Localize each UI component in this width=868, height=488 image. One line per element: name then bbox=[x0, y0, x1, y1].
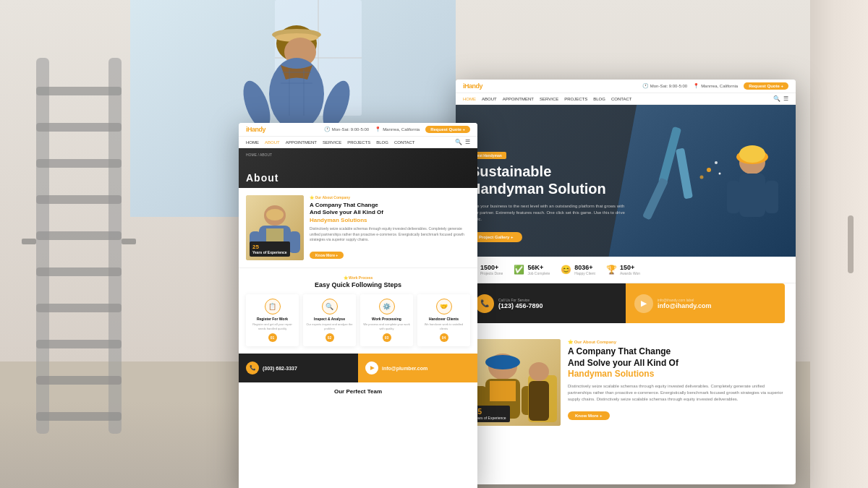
right-hero-cta[interactable]: Project Gallery + bbox=[470, 232, 522, 242]
right-menu-icon[interactable]: ☰ bbox=[783, 95, 788, 102]
right-search-icon[interactable]: 🔍 bbox=[773, 95, 780, 102]
left-logo: iHandy bbox=[246, 126, 265, 133]
step-card-1: 📋 Register For Work Register and get all… bbox=[246, 294, 299, 346]
left-about-section: 25 Years of Experience ⭐ Our About Compa… bbox=[239, 188, 477, 267]
step-icon-3: ⚙️ bbox=[379, 299, 395, 314]
svg-point-33 bbox=[266, 209, 284, 221]
stat-clients-label: Happy Client bbox=[574, 271, 595, 275]
svg-rect-7 bbox=[36, 267, 122, 276]
search-icon[interactable]: 🔍 bbox=[455, 139, 462, 145]
right-quote-button[interactable]: Request Quote + bbox=[744, 82, 788, 90]
right-about-section: 25 Years of Experience ⭐ Our About Compa… bbox=[456, 332, 796, 433]
right-phone-icon: 📞 bbox=[475, 294, 494, 313]
stat-awards-label: Awards Won bbox=[620, 271, 640, 275]
steps-grid: 📋 Register For Work Register and get all… bbox=[246, 294, 470, 346]
step-desc-1: Register and get all your repair needs h… bbox=[249, 322, 296, 330]
svg-rect-2 bbox=[36, 87, 122, 95]
nav-appointment[interactable]: APPOINTMENT bbox=[286, 140, 317, 145]
step-label-1: Register For Work bbox=[249, 317, 296, 321]
svg-point-60 bbox=[529, 362, 549, 381]
hours-info: 🕐 Mon-Sat: 9:00-5:00 bbox=[324, 127, 369, 132]
stat-awards-num: 150+ bbox=[620, 264, 640, 271]
right-location: 📍 Manrrea, California bbox=[693, 83, 738, 89]
right-nav-appointment[interactable]: APPOINTMENT bbox=[503, 97, 534, 101]
nav-blog[interactable]: BLOG bbox=[376, 140, 388, 145]
stat-jobs-num: 56K+ bbox=[527, 264, 550, 271]
nav-search-menu: 🔍 ☰ bbox=[455, 139, 470, 145]
right-hero-content: Best Handyman Sustainable Handyman Solut… bbox=[470, 147, 629, 242]
stat-clients-num: 8036+ bbox=[574, 264, 595, 271]
step-label-4: Handover Clients bbox=[420, 317, 467, 321]
left-topbar-info: 🕐 Mon-Sat: 9:00-5:00 📍 Manrrea, Californ… bbox=[324, 126, 470, 133]
svg-rect-10 bbox=[36, 376, 122, 385]
stat-jobs: ✅ 56K+ Job Complete bbox=[514, 264, 550, 275]
right-hero-description: Take your business to the next level wit… bbox=[470, 203, 629, 223]
stat-projects-num: 1500+ bbox=[480, 264, 503, 271]
right-know-more-button[interactable]: Know More + bbox=[568, 411, 610, 420]
about-title: A Company That ChangeAnd Solve your All … bbox=[310, 202, 470, 224]
svg-point-42 bbox=[707, 168, 711, 172]
right-nav-icons: 🔍 ☰ bbox=[773, 95, 788, 102]
menu-icon[interactable]: ☰ bbox=[465, 139, 470, 145]
left-team-section: Our Perfect Team bbox=[239, 382, 477, 401]
step-num-4: 04 bbox=[440, 333, 448, 342]
right-nav-service[interactable]: SERVICE bbox=[540, 97, 558, 101]
right-nav-blog[interactable]: BLOG bbox=[593, 97, 605, 101]
nav-about[interactable]: ABOUT bbox=[265, 140, 280, 145]
nav-home[interactable]: HOME bbox=[246, 140, 259, 145]
step-icon-4: 🤝 bbox=[436, 299, 452, 314]
nav-projects[interactable]: PROJECTS bbox=[347, 140, 370, 145]
right-about-tag: ⭐ Our About Company bbox=[568, 339, 785, 344]
right-hero-title: Sustainable Handyman Solution bbox=[470, 163, 629, 197]
right-stats: 🏗️ 1500+ Projects Done ✅ 56K+ Job Comple… bbox=[456, 257, 796, 283]
step-card-3: ⚙️ Work Processing We process and comple… bbox=[360, 294, 413, 346]
right-about-image: 25 Years of Experience bbox=[467, 339, 561, 426]
svg-rect-13 bbox=[122, 239, 136, 244]
about-tag: ⭐ Our About Company bbox=[310, 195, 470, 200]
svg-rect-37 bbox=[266, 228, 284, 243]
right-website-mockup: iHandy 🕐 Mon-Sat: 9:00-5:00 📍 Manrrea, C… bbox=[456, 80, 796, 484]
location-info: 📍 Manrrea, California bbox=[375, 127, 420, 132]
left-phone-bar: 📞 (303) 682-3337 bbox=[239, 354, 358, 382]
right-hero-image bbox=[609, 105, 796, 257]
step-num-3: 03 bbox=[383, 333, 391, 342]
svg-rect-4 bbox=[36, 159, 122, 168]
right-nav-contact[interactable]: CONTACT bbox=[611, 97, 632, 101]
nav-service[interactable]: SERVICE bbox=[323, 140, 341, 145]
right-nav-home[interactable]: HOME bbox=[463, 97, 476, 101]
right-email-address: info@ihandy.com bbox=[658, 302, 712, 309]
left-hero-title: About bbox=[246, 172, 278, 184]
left-know-more-button[interactable]: Know More + bbox=[310, 252, 344, 259]
right-play-button[interactable]: ▶ bbox=[634, 294, 653, 313]
step-num-1: 01 bbox=[268, 333, 277, 342]
left-nav: HOME ABOUT APPOINTMENT SERVICE PROJECTS … bbox=[239, 137, 477, 148]
left-nav-items: HOME ABOUT APPOINTMENT SERVICE PROJECTS … bbox=[246, 140, 415, 145]
left-about-text: ⭐ Our About Company A Company That Chang… bbox=[310, 195, 470, 260]
step-label-2: Inspect & Analyse bbox=[306, 317, 353, 321]
left-phone-icon: 📞 bbox=[246, 361, 259, 374]
step-num-2: 02 bbox=[326, 333, 334, 342]
svg-rect-8 bbox=[36, 304, 122, 312]
step-icon-1: 📋 bbox=[265, 299, 281, 314]
stat-clients-icon: 😊 bbox=[561, 265, 571, 275]
right-phone-bar: 📞 Call Us For Service (123) 456-7890 bbox=[467, 283, 626, 323]
right-nav-items: HOME ABOUT APPOINTMENT SERVICE PROJECTS … bbox=[463, 97, 632, 101]
left-email-bar: ▶ info@plumber.com bbox=[358, 354, 477, 382]
right-phone-number: (123) 456-7890 bbox=[498, 302, 543, 309]
stat-jobs-label: Job Complete bbox=[527, 271, 550, 275]
svg-rect-3 bbox=[36, 123, 122, 132]
door-handle bbox=[848, 215, 854, 273]
svg-rect-48 bbox=[727, 181, 740, 213]
svg-point-45 bbox=[719, 173, 721, 175]
right-nav-about[interactable]: ABOUT bbox=[482, 97, 497, 101]
left-play-icon: ▶ bbox=[365, 361, 378, 374]
svg-rect-47 bbox=[739, 174, 765, 217]
step-desc-3: We process and complete your work with q… bbox=[363, 322, 410, 330]
clock-icon: 🕐 bbox=[324, 127, 331, 132]
svg-rect-36 bbox=[289, 231, 300, 253]
svg-rect-38 bbox=[608, 105, 796, 257]
svg-rect-5 bbox=[36, 195, 122, 204]
left-quote-button[interactable]: Request Quote + bbox=[425, 126, 470, 133]
right-nav-projects[interactable]: PROJECTS bbox=[564, 97, 587, 101]
nav-contact[interactable]: CONTACT bbox=[394, 140, 415, 145]
